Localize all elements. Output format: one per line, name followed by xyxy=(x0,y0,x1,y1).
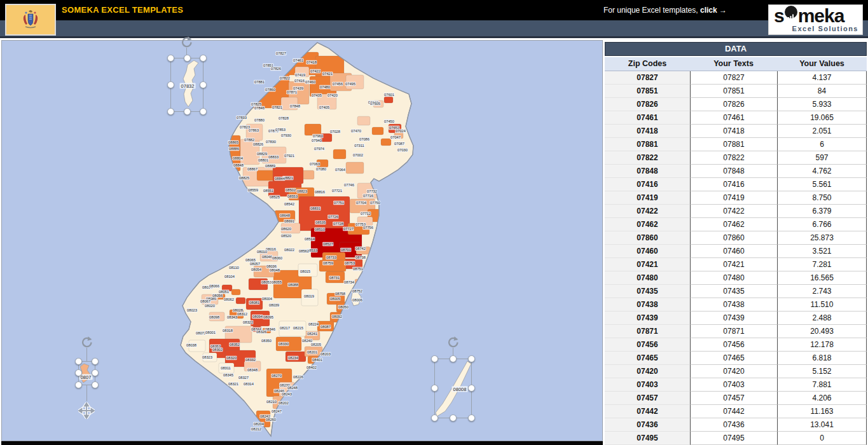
selected-shape-box-0807[interactable]: 0807 xyxy=(78,361,95,385)
selection-handle[interactable] xyxy=(75,369,82,376)
rotate-handle-icon[interactable] xyxy=(447,336,459,350)
your-value-cell[interactable]: 4.137 xyxy=(777,71,867,85)
your-value-cell[interactable]: 4.762 xyxy=(777,165,867,178)
zip-code-label: 08092 xyxy=(331,315,343,319)
your-value-cell[interactable]: 2.743 xyxy=(777,285,867,298)
your-text-cell[interactable]: 07420 xyxy=(690,365,777,378)
your-text-cell[interactable]: 07438 xyxy=(690,298,777,312)
your-value-cell[interactable]: 20.493 xyxy=(777,325,867,338)
your-text-cell[interactable]: 07416 xyxy=(690,178,777,191)
your-value-cell[interactable]: 16.565 xyxy=(777,271,867,285)
selection-handle[interactable] xyxy=(184,108,191,115)
your-value-cell[interactable]: 0 xyxy=(777,432,867,445)
selection-handle[interactable] xyxy=(450,355,457,362)
your-text-cell[interactable]: 07457 xyxy=(690,392,777,405)
selection-handle[interactable] xyxy=(92,381,99,388)
selection-handle[interactable] xyxy=(167,81,174,88)
your-value-cell[interactable]: 6.818 xyxy=(777,352,867,365)
selection-handle[interactable] xyxy=(450,414,457,421)
zip-code-label: 08088 xyxy=(287,283,299,287)
selected-shape-box-07832[interactable]: 07832 xyxy=(170,58,203,112)
move-connector xyxy=(86,385,87,401)
selection-handle[interactable] xyxy=(431,414,438,421)
your-text-cell[interactable]: 07422 xyxy=(690,205,777,218)
your-value-cell[interactable]: 5.561 xyxy=(777,178,867,191)
zip-code-label: 08098 xyxy=(209,315,220,320)
someka-wordmark: smeka xyxy=(774,5,844,27)
your-value-cell[interactable]: 597 xyxy=(777,151,867,165)
your-text-cell[interactable]: 07860 xyxy=(690,231,777,245)
promo-link[interactable]: For unique Excel templates, click → xyxy=(603,6,727,15)
zip-code-label: 08823 xyxy=(296,189,308,194)
your-text-cell[interactable]: 07460 xyxy=(690,245,777,258)
selection-handle[interactable] xyxy=(75,381,82,388)
selection-handle[interactable] xyxy=(200,81,207,88)
selection-handle[interactable] xyxy=(431,385,438,392)
your-value-cell[interactable]: 2.051 xyxy=(777,125,867,138)
your-text-cell[interactable]: 07436 xyxy=(690,418,777,432)
selected-shape-box-08008[interactable]: 08008 xyxy=(434,359,472,418)
selection-handle[interactable] xyxy=(468,414,475,421)
selection-handle[interactable] xyxy=(167,108,174,115)
your-text-cell[interactable]: 07418 xyxy=(690,125,777,138)
your-value-cell[interactable]: 7.881 xyxy=(777,378,867,392)
your-value-cell[interactable]: 2.488 xyxy=(777,312,867,325)
your-value-cell[interactable]: 6.379 xyxy=(777,205,867,218)
your-value-cell[interactable]: 19.065 xyxy=(777,111,867,125)
your-value-cell[interactable]: 3.521 xyxy=(777,245,867,258)
selection-handle[interactable] xyxy=(200,55,207,62)
your-value-cell[interactable]: 8.750 xyxy=(777,191,867,205)
zip-code-label: 07871 xyxy=(286,90,298,95)
selection-handle[interactable] xyxy=(92,358,99,365)
your-text-cell[interactable]: 07851 xyxy=(690,85,777,98)
selection-handle[interactable] xyxy=(167,55,174,62)
zip-code-label: 07881 xyxy=(254,80,265,85)
your-value-cell[interactable]: 7.281 xyxy=(777,258,867,271)
your-text-cell[interactable]: 07881 xyxy=(690,138,777,151)
selection-handle[interactable] xyxy=(468,355,475,362)
your-text-cell[interactable]: 07822 xyxy=(690,151,777,165)
your-value-cell[interactable]: 13.041 xyxy=(777,418,867,432)
your-text-cell[interactable]: 07403 xyxy=(690,378,777,392)
zip-code-label: 07827 xyxy=(275,51,287,56)
selection-handle[interactable] xyxy=(468,385,475,392)
selection-handle[interactable] xyxy=(200,108,207,115)
your-text-cell[interactable]: 07456 xyxy=(690,338,777,352)
selection-handle[interactable] xyxy=(75,358,82,365)
your-text-cell[interactable]: 07461 xyxy=(690,111,777,125)
rotate-handle-icon[interactable] xyxy=(81,336,93,350)
your-value-cell[interactable]: 4.206 xyxy=(777,392,867,405)
your-text-cell[interactable]: 07465 xyxy=(690,352,777,365)
your-text-cell[interactable]: 07826 xyxy=(690,98,777,111)
your-text-cell[interactable]: 07871 xyxy=(690,325,777,338)
your-text-cell[interactable]: 07827 xyxy=(690,71,777,85)
your-text-cell[interactable]: 07435 xyxy=(690,285,777,298)
your-value-cell[interactable]: 5.933 xyxy=(777,98,867,111)
your-value-cell[interactable]: 84 xyxy=(777,85,867,98)
your-value-cell[interactable]: 25.873 xyxy=(777,231,867,245)
zip-code-label: 07405 xyxy=(319,106,330,110)
selection-handle[interactable] xyxy=(184,55,191,62)
your-value-cell[interactable]: 6.766 xyxy=(777,218,867,231)
zip-code-label: 08201 xyxy=(307,350,318,355)
your-text-cell[interactable]: 07442 xyxy=(690,405,777,418)
rotate-handle-icon[interactable] xyxy=(181,36,193,50)
zip-code-label: 08050 xyxy=(338,305,349,310)
your-value-cell[interactable]: 6 xyxy=(777,138,867,151)
zip-code-label: 08326 xyxy=(256,330,267,334)
your-text-cell[interactable]: 07462 xyxy=(690,218,777,231)
your-text-cell[interactable]: 07421 xyxy=(690,258,777,271)
your-text-cell[interactable]: 07419 xyxy=(690,191,777,205)
your-value-cell[interactable]: 5.152 xyxy=(777,365,867,378)
selection-handle[interactable] xyxy=(431,355,438,362)
your-text-cell[interactable]: 07848 xyxy=(690,165,777,178)
someka-logo[interactable]: smeka Excel Solutions xyxy=(768,4,863,35)
selection-handle[interactable] xyxy=(92,369,99,376)
your-value-cell[interactable]: 12.178 xyxy=(777,338,867,352)
your-text-cell[interactable]: 07480 xyxy=(690,271,777,285)
your-value-cell[interactable]: 11.510 xyxy=(777,298,867,312)
your-text-cell[interactable]: 07495 xyxy=(690,432,777,445)
your-text-cell[interactable]: 07439 xyxy=(690,312,777,325)
your-value-cell[interactable]: 11.163 xyxy=(777,405,867,418)
zip-code-label: 08525 xyxy=(269,195,280,200)
